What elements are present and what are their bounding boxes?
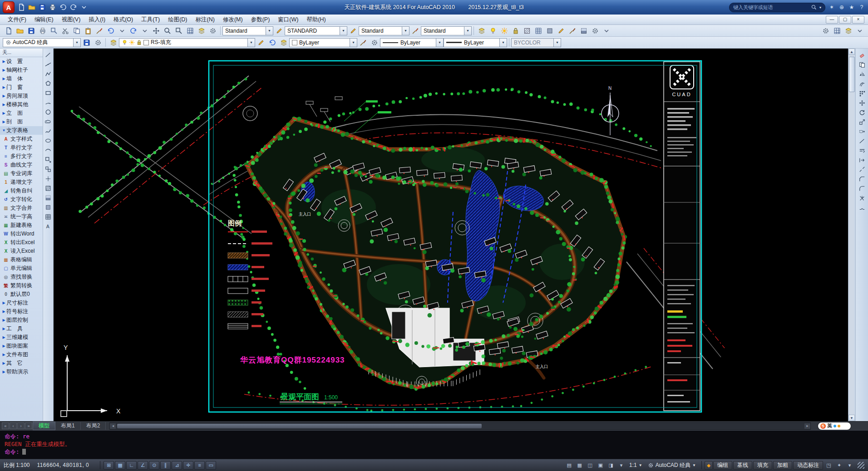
sidebar-group-help-demo[interactable]: ▶ 帮助演示 <box>0 368 43 376</box>
sidebar-group-stairs[interactable]: ▶ 楼梯其他 <box>0 100 43 109</box>
sidebar-item-text-merge[interactable]: ▥ 文字合并 <box>0 204 43 212</box>
make-current-button[interactable] <box>255 38 266 48</box>
ime-settings-icon[interactable] <box>833 425 836 427</box>
scroll-down-icon[interactable]: ▼ <box>848 415 855 421</box>
chevron-down-icon[interactable]: ▼ <box>247 39 255 47</box>
sidebar-group-axis-grid[interactable]: ▶ 轴网柱子 <box>0 66 43 74</box>
table-tool[interactable] <box>44 212 53 221</box>
sidebar-group-misc[interactable]: ▶ 其 它 <box>0 359 43 368</box>
lineweight-combo[interactable]: ByLayer ▼ <box>444 38 507 47</box>
menu-item[interactable]: 格式(O) <box>109 15 137 25</box>
construction-line-tool[interactable] <box>44 59 53 69</box>
sidebar-group-elevation[interactable]: ▶ 立 面 <box>0 109 43 118</box>
tianzheng-toggle[interactable]: 动态标注 <box>793 461 823 470</box>
qp-toggle[interactable]: ▭ <box>206 461 216 470</box>
table-style-combo[interactable]: Standard▼ <box>359 26 409 35</box>
ellipse-arc-tool[interactable] <box>44 145 53 155</box>
view-grid-button[interactable] <box>831 26 843 36</box>
tab-layout1[interactable]: 布局1 <box>55 422 81 430</box>
osnap-toggle[interactable]: ⊙ <box>149 461 159 470</box>
rectangle-tool[interactable] <box>44 88 53 98</box>
sidebar-group-3d-model[interactable]: ▶ 三维建模 <box>0 333 43 342</box>
scale-tool[interactable] <box>857 117 867 127</box>
sidebar-item-text-style[interactable]: A 文字样式 <box>0 135 43 143</box>
layout-button[interactable]: ▦ <box>575 461 584 470</box>
sidebar-item-curve-text[interactable]: S 曲线文字 <box>0 161 43 169</box>
edit-text-button[interactable] <box>555 26 567 36</box>
sidebar-group-section[interactable]: ▶ 剖 面 <box>0 118 43 126</box>
help-icon[interactable]: ? <box>858 4 865 10</box>
sidebar-group-door-window[interactable]: ▶ 门 窗 <box>0 83 43 92</box>
hatch-tool[interactable] <box>44 183 53 193</box>
copy-tool[interactable] <box>857 60 867 69</box>
qat-save-button[interactable] <box>37 3 47 12</box>
circle-tool[interactable] <box>44 107 53 117</box>
workspace-switch-combo[interactable]: AutoCAD 经典 ▼ <box>648 461 696 469</box>
status-menu-dropdown[interactable]: ▾ <box>845 461 854 470</box>
polyline-tool[interactable] <box>44 69 53 78</box>
point-tool[interactable] <box>44 174 53 183</box>
polygon-tool[interactable] <box>44 78 53 88</box>
sidebar-item-default-layer[interactable]: 0 默认层0 <box>0 290 43 299</box>
qat-open-button[interactable] <box>27 3 37 12</box>
menu-item[interactable]: 编辑(E) <box>30 15 58 25</box>
ime-skin-icon[interactable] <box>838 425 840 427</box>
fillet-tool[interactable] <box>857 184 867 193</box>
palette-button[interactable] <box>843 26 854 36</box>
polar-toggle[interactable]: ∠ <box>138 461 148 470</box>
sidebar-group-symbol[interactable]: ▶ 符号标注 <box>0 307 43 316</box>
explode-tool[interactable] <box>857 193 867 203</box>
sidebar-group-dimension[interactable]: ▶ 尺寸标注 <box>0 299 43 307</box>
search-icon[interactable] <box>811 5 817 10</box>
chevron-down-icon[interactable]: ▼ <box>464 27 471 35</box>
region-button[interactable] <box>544 26 555 36</box>
otrack-toggle[interactable]: ∥ <box>160 461 171 470</box>
sidebar-group-room-roof[interactable]: ▶ 房间屋顶 <box>0 92 43 100</box>
plot-button[interactable] <box>37 26 48 36</box>
menu-item[interactable]: 插入(I) <box>84 15 109 25</box>
coordinates-readout[interactable]: 1166604, 480181, 0 <box>37 462 89 468</box>
tab-nav-button[interactable]: » <box>25 422 32 429</box>
trim-tool[interactable] <box>857 146 867 155</box>
tab-layout2[interactable]: 布局2 <box>81 422 106 430</box>
sidebar-item-to-excel[interactable]: X 转出Excel <box>0 238 43 247</box>
horizontal-scrollbar[interactable]: ◄ ► <box>109 422 811 430</box>
sidebar-item-text-convert[interactable]: ↺ 文字转化 <box>0 195 43 204</box>
zoom-window-button[interactable] <box>173 26 184 36</box>
ime-logo-icon[interactable]: S <box>820 423 826 429</box>
command-line-window[interactable]: 命令: re REGEN 正在重生成模型。 命令: <box>0 430 868 459</box>
tab-nav-button[interactable]: « <box>2 422 9 429</box>
snap-toggle[interactable]: ⊞ <box>104 461 114 470</box>
sidebar-item-cn-convert[interactable]: 繁 繁简转换 <box>0 281 43 290</box>
sidebar-group-tools[interactable]: ▶ 工 具 <box>0 324 43 333</box>
undo-button[interactable] <box>105 26 116 36</box>
text-style-edit-button[interactable] <box>273 26 285 36</box>
qat-redo-button[interactable] <box>69 3 79 12</box>
sidebar-item-incr-text[interactable]: 1 递增文字 <box>0 178 43 186</box>
sidebar-item-to-word[interactable]: W 转出Word <box>0 230 43 238</box>
ime-bar[interactable]: S 英 <box>818 422 851 430</box>
scrollbar-thumb[interactable] <box>117 424 481 428</box>
ime-language-label[interactable]: 英 <box>827 422 832 429</box>
gradient-tool[interactable] <box>44 193 53 202</box>
layer-states-button[interactable] <box>476 26 487 36</box>
color-combo[interactable]: ByLayer ▼ <box>289 38 357 47</box>
minimize-button[interactable]: — <box>826 16 838 24</box>
search-input[interactable] <box>732 4 809 10</box>
break-tool[interactable] <box>857 165 867 174</box>
text-style-combo[interactable]: Standard▼ <box>222 26 273 35</box>
drawing-canvas[interactable]: 图例 <box>54 49 848 421</box>
chevron-down-icon[interactable]: ▼ <box>436 39 443 47</box>
tianzheng-toggle[interactable]: 编组 <box>713 461 732 470</box>
chevron-down-icon[interactable]: ▼ <box>350 39 357 47</box>
model-space-button[interactable]: ▤ <box>564 461 574 470</box>
properties-button[interactable] <box>184 26 196 36</box>
sidebar-item-find-replace[interactable]: ◎ 查找替换 <box>0 273 43 281</box>
paste-button[interactable] <box>82 26 94 36</box>
quick-view-drawings-button[interactable]: ▣ <box>596 461 605 470</box>
match-properties-button[interactable] <box>94 26 105 36</box>
menu-item[interactable]: 工具(T) <box>137 15 164 25</box>
search-dropdown-icon[interactable]: ▾ <box>819 5 822 10</box>
chevron-down-icon[interactable]: ▼ <box>340 27 347 35</box>
subscription-center-icon[interactable]: ✶ <box>828 4 835 10</box>
